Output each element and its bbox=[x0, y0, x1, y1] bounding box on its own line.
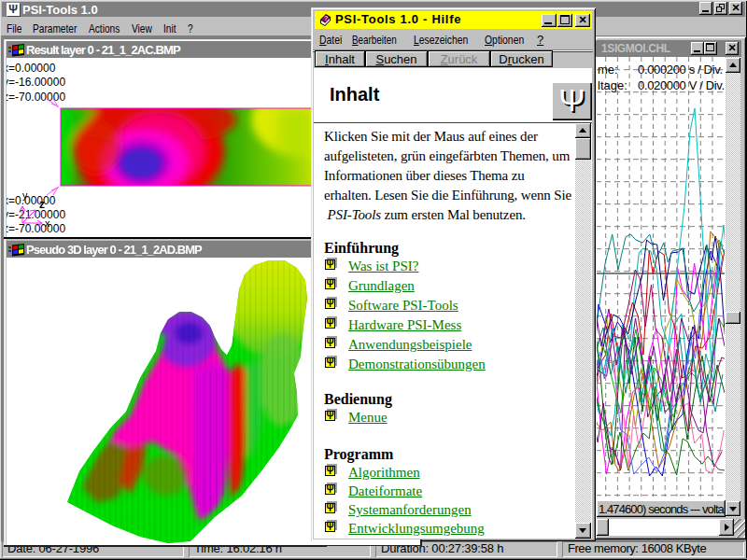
svg-text:x: x bbox=[45, 217, 50, 229]
svg-text:z: z bbox=[39, 198, 45, 211]
svg-text:y: y bbox=[22, 189, 28, 201]
svg-text:?: ? bbox=[324, 15, 328, 21]
